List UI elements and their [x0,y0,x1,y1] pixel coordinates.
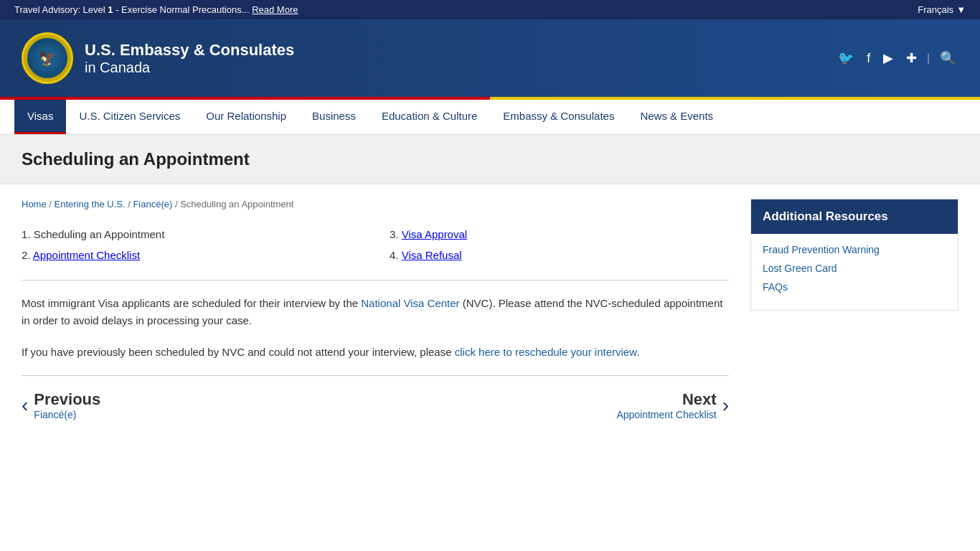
nav-business[interactable]: Business [299,100,369,134]
read-more-link[interactable]: Read More [252,4,298,15]
lost-green-card-link[interactable]: Lost Green Card [763,263,946,274]
step-1: 1. Scheduling an Appointment [22,224,361,245]
plus-icon[interactable]: ✚ [903,47,920,69]
breadcrumb-home[interactable]: Home [22,199,47,209]
steps-left: 1. Scheduling an Appointment 2. Appointm… [22,224,361,265]
sidebar-links: Fraud Prevention Warning Lost Green Card… [751,234,958,310]
breadcrumb-current: Scheduling an Appointment [180,199,293,209]
step-3: 3. Visa Approval [390,224,729,245]
nav-visas[interactable]: Visas [14,100,66,134]
page-title: Scheduling an Appointment [22,149,958,169]
twitter-icon[interactable]: 🐦 [835,47,857,69]
reschedule-link[interactable]: click here to reschedule your interview [455,346,636,358]
sidebar-title: Additional Resources [751,199,958,234]
visa-approval-link[interactable]: Visa Approval [402,228,467,240]
next-arrow-icon: › [722,394,729,417]
prev-arrow-icon: ‹ [22,394,28,417]
facebook-icon[interactable]: f [864,48,873,69]
prev-button[interactable]: ‹ Previous Fiancé(e) [22,390,100,420]
faqs-link[interactable]: FAQs [763,281,946,293]
nav-embassy-consulates[interactable]: Embassy & Consulates [490,100,627,134]
fraud-prevention-link[interactable]: Fraud Prevention Warning [763,244,946,255]
site-title: U.S. Embassy & Consulates in Canada [85,41,294,76]
visa-refusal-link[interactable]: Visa Refusal [402,249,462,261]
icon-divider: | [927,52,930,64]
body-paragraph-1: Most immigrant Visa applicants are sched… [22,295,729,329]
divider-line [22,280,729,281]
breadcrumb: Home / Entering the U.S. / Fiancé(e) / S… [22,199,729,209]
social-icons: 🐦 f ▶ ✚ | 🔍 [835,47,958,69]
step-4: 4. Visa Refusal [390,245,729,265]
top-bar: Travel Advisory: Level 1 - Exercise Norm… [0,0,980,19]
nav-education-culture[interactable]: Education & Culture [369,100,490,134]
main-content: Home / Entering the U.S. / Fiancé(e) / S… [22,199,729,435]
nav-citizen-services[interactable]: U.S. Citizen Services [66,100,193,134]
next-button[interactable]: Next Appointment Checklist › [616,390,729,420]
travel-advisory: Travel Advisory: Level 1 - Exercise Norm… [14,4,298,15]
steps-container: 1. Scheduling an Appointment 2. Appointm… [22,224,729,265]
search-icon[interactable]: 🔍 [937,47,958,69]
body-paragraph-2: If you have previously been scheduled by… [22,344,729,361]
sidebar: Additional Resources Fraud Prevention Wa… [750,199,958,435]
breadcrumb-entering[interactable]: Entering the U.S. [55,199,126,209]
embassy-seal: 🦅 [22,32,73,84]
step-2: 2. Appointment Checklist [22,245,361,265]
youtube-icon[interactable]: ▶ [880,47,896,69]
header-left: 🦅 U.S. Embassy & Consulates in Canada [22,32,294,84]
nav-news-events[interactable]: News & Events [627,100,726,134]
site-header: 🦅 U.S. Embassy & Consulates in Canada 🐦 … [0,19,980,97]
pagination: ‹ Previous Fiancé(e) Next Appointment Ch… [22,375,729,435]
language-selector[interactable]: Français ▼ [918,4,966,15]
nav-our-relationship[interactable]: Our Relationship [193,100,299,134]
breadcrumb-fiance[interactable]: Fiancé(e) [133,199,172,209]
steps-right: 3. Visa Approval 4. Visa Refusal [390,224,729,265]
sidebar-box: Additional Resources Fraud Prevention Wa… [750,199,958,311]
main-nav: Visas U.S. Citizen Services Our Relation… [0,100,980,135]
appointment-checklist-link[interactable]: Appointment Checklist [33,249,140,261]
nvc-link[interactable]: National Visa Center [361,297,459,309]
page-title-bar: Scheduling an Appointment [0,135,980,184]
content-area: Home / Entering the U.S. / Fiancé(e) / S… [0,184,980,449]
